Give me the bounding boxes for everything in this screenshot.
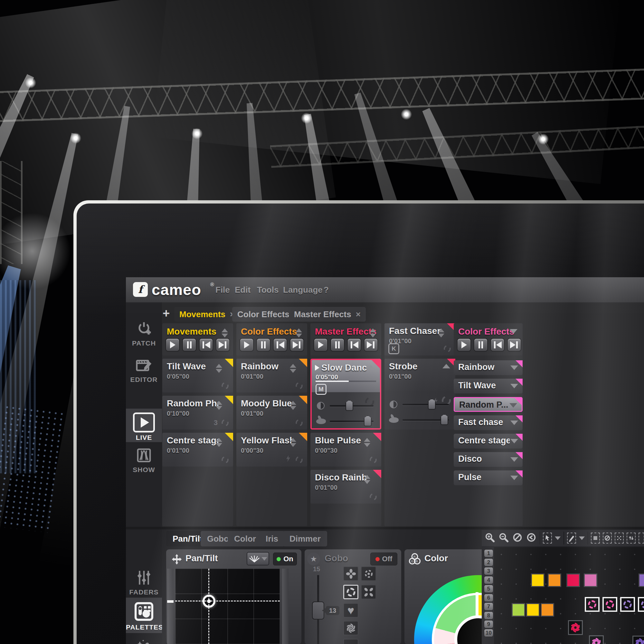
palette-tab-dimmer[interactable]: Dimmer (283, 531, 327, 546)
slider-knob[interactable] (346, 400, 353, 411)
zoom-out-icon[interactable] (498, 532, 509, 544)
slider-knob[interactable] (428, 399, 436, 410)
pan-tilt-on-toggle[interactable]: On (273, 553, 297, 565)
menu-language[interactable]: Language (283, 285, 323, 295)
play-button[interactable] (240, 338, 254, 352)
slider-track[interactable] (330, 421, 374, 422)
previous-button[interactable] (490, 338, 505, 352)
next-button[interactable] (364, 338, 378, 352)
matrix-gobo-diamond-pink[interactable] (585, 597, 600, 612)
effect-card-strobe[interactable]: Strobe 0'01"00 (384, 359, 455, 430)
tilt-fader[interactable] (282, 569, 289, 644)
chevron-down-icon[interactable] (510, 329, 517, 334)
pan-tilt-xy-pad[interactable] (175, 569, 280, 644)
effect-card-rainbow[interactable]: Rainbow 0'01"00 (236, 359, 307, 393)
menu-file[interactable]: File (215, 285, 230, 295)
gobo-cell-diamond-selected[interactable] (343, 585, 358, 599)
matrix-row-button[interactable]: 3 (484, 567, 493, 575)
preset-rainbow[interactable]: Rainbow (454, 360, 523, 375)
sidebar-item-faders[interactable]: FADERS (126, 569, 162, 596)
k-badge[interactable]: K (388, 343, 399, 354)
matrix-row-button[interactable]: 2 (484, 558, 493, 566)
pan-fader[interactable] (167, 569, 174, 644)
slider-track[interactable] (403, 404, 449, 405)
grid-tool[interactable] (591, 533, 600, 544)
matrix-row-button[interactable]: 9 (484, 620, 493, 628)
back-arrow-icon[interactable] (526, 532, 537, 544)
sort-arrows-icon[interactable] (290, 438, 296, 447)
matrix-row-button[interactable]: 8 (484, 611, 493, 620)
sidebar-item-effects[interactable]: EFFECTS (126, 637, 162, 644)
sort-arrows-icon[interactable] (216, 438, 222, 447)
pause-button[interactable] (256, 338, 270, 352)
gobo-off-toggle[interactable]: Off (370, 553, 397, 565)
zoom-in-icon[interactable] (484, 532, 495, 544)
matrix-gobo-diamond-purple[interactable] (620, 597, 635, 612)
draw-tool[interactable] (567, 533, 576, 544)
sort-arrows-icon[interactable] (216, 364, 222, 373)
matrix-row-button[interactable]: 1 (484, 549, 493, 557)
preset-pulse[interactable]: Pulse (454, 470, 523, 485)
collapse-icon[interactable] (442, 364, 450, 368)
slider-track[interactable] (330, 405, 374, 407)
play-button[interactable] (166, 338, 180, 352)
menu-edit[interactable]: Edit (235, 285, 251, 295)
matrix-cell-yellow[interactable] (526, 603, 540, 617)
fan-mode-button[interactable] (247, 552, 269, 565)
sort-arrows-icon[interactable] (296, 328, 302, 337)
tab-master-effects[interactable]: Master Effects× (289, 307, 366, 322)
xy-handle[interactable] (203, 595, 215, 608)
matrix-row-button[interactable]: 5 (484, 585, 493, 593)
chevron-down-icon[interactable] (555, 536, 561, 540)
fader-handle[interactable] (167, 600, 174, 603)
gobo-cell-spiral[interactable] (343, 621, 358, 635)
previous-button[interactable] (273, 338, 287, 352)
effect-card-centre-stage[interactable]: Centre stage 0'01"00 (162, 433, 233, 467)
more-tool-partial[interactable] (639, 533, 644, 544)
matrix-gobo-star-purple[interactable] (632, 636, 644, 644)
slider-knob[interactable] (440, 414, 448, 425)
matrix-cell-purple[interactable] (639, 573, 644, 587)
palette-tab-color[interactable]: Color (228, 531, 262, 546)
matrix-row-button[interactable]: 7 (484, 602, 493, 611)
scatter-tool[interactable] (615, 533, 624, 544)
sidebar-item-editor[interactable]: EDITOR (126, 357, 162, 384)
gobo-cell-x[interactable] (361, 585, 376, 599)
matrix-gobo-diamond-pink[interactable] (602, 597, 617, 612)
disable-tool[interactable] (603, 533, 612, 544)
tab-movements[interactable]: Movements× (174, 307, 240, 322)
slider-track[interactable] (403, 419, 449, 421)
preset-tilt-wave[interactable]: Tilt Wave (454, 379, 523, 393)
zoom-reset-icon[interactable] (512, 532, 523, 544)
matrix-gobo-star-red[interactable] (568, 620, 583, 635)
sort-arrows-icon[interactable] (290, 401, 296, 410)
color-wheel-area[interactable] (404, 549, 485, 644)
slider-knob[interactable] (364, 415, 372, 426)
pause-button[interactable] (182, 338, 196, 352)
sort-arrows-icon[interactable] (290, 364, 296, 373)
effect-card-slow-dance-selected[interactable]: Slow Dance 0'05"00 M (310, 359, 381, 430)
previous-button[interactable] (347, 338, 361, 352)
play-button[interactable] (457, 338, 471, 352)
sort-arrows-icon[interactable] (216, 401, 222, 410)
effect-card-tilt-wave[interactable]: Tilt Wave 0'05"00 (162, 359, 233, 393)
matrix-cell-orchid[interactable] (584, 573, 597, 587)
next-button[interactable] (216, 338, 230, 352)
m-badge[interactable]: M (316, 384, 327, 395)
effect-card-blue-pulse[interactable]: Blue Pulse 0'00"30 (310, 433, 381, 467)
chevron-down-icon[interactable] (579, 536, 585, 540)
matrix-row-button[interactable]: 10 (484, 629, 493, 637)
matrix-canvas[interactable] (494, 547, 644, 644)
close-tab-icon[interactable]: × (356, 309, 361, 319)
sort-order-tool[interactable] (627, 533, 636, 544)
add-tab-button[interactable]: + (163, 306, 170, 321)
matrix-cell-crimson[interactable] (566, 573, 580, 587)
preset-random-phase-selected[interactable]: Random P... (454, 397, 523, 412)
menu-tools[interactable]: Tools (257, 285, 279, 295)
pause-button[interactable] (474, 338, 488, 352)
sort-arrows-icon[interactable] (438, 328, 444, 337)
preset-centre-stage[interactable]: Centre stage (454, 434, 523, 449)
sidebar-item-patch[interactable]: PATCH (126, 320, 162, 347)
effect-card-random-phase[interactable]: Random Phase 0'10"00 3 (162, 396, 233, 430)
play-button[interactable] (314, 338, 328, 352)
